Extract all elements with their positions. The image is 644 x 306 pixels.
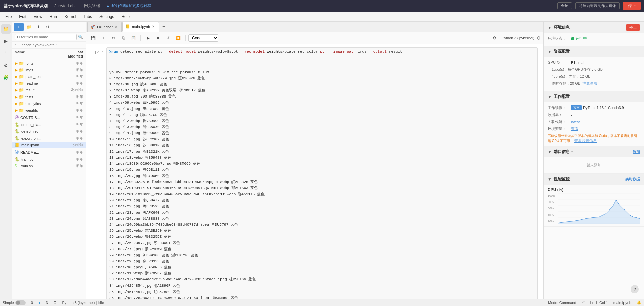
tmp-label: 临时存储：20 GB — [552, 81, 580, 86]
list-item[interactable]: 🐍 detect_pla... 明年 — [12, 121, 86, 128]
new-folder-button[interactable]: 📁 — [25, 23, 33, 31]
port-info-header[interactable]: ▼ 端口信息 ? 添加 — [544, 146, 644, 157]
menu-tabs[interactable]: Tabs — [80, 14, 95, 20]
output-line: 32 imgs/31.webp 浙B79VD7 蓝色 — [109, 270, 535, 276]
sidebar-icon-git[interactable]: ⑂ — [1, 48, 11, 58]
bell-icon[interactable]: 🔔 — [637, 300, 641, 305]
folder-icon: ▶ 📁 — [15, 68, 24, 72]
list-item[interactable]: ▶ 📁 ultralytics 明年 — [12, 100, 86, 107]
cpu-row: 4core(s)，内存：12 GB — [548, 74, 640, 79]
folder-icon: ▶ 📁 — [15, 81, 24, 86]
menu-settings[interactable]: Settings — [96, 14, 117, 20]
new-file-button[interactable]: + — [14, 23, 24, 31]
menu-file[interactable]: File — [2, 14, 15, 20]
add-cell-button[interactable]: + — [99, 34, 108, 42]
list-item[interactable]: 📒 main.ipynb 1分钟前 — [12, 142, 86, 148]
list-item[interactable]: ▶ 📁 plate_reco... 明年 — [12, 73, 86, 80]
env-stop-button[interactable]: 停止 — [626, 24, 640, 31]
folder-icon: ▶ 📁 — [15, 101, 24, 106]
item-name: imgs — [25, 68, 65, 72]
list-item[interactable]: ▶ 📁 fonts 明年 — [12, 60, 86, 67]
tab-launcher[interactable]: 🚀 Launcher ✕ — [87, 22, 122, 32]
list-item[interactable]: Ⓜ README... 明年 — [12, 148, 86, 156]
cell-body[interactable]: %run detect_rec_plate.py --detect_model … — [106, 47, 538, 299]
port-empty: 暂未添加 — [548, 160, 640, 170]
realtime-link[interactable]: 实时数据 — [625, 177, 640, 182]
tab-main-ipynb[interactable]: 📒 main.ipynb ✕ — [122, 22, 159, 32]
restart-button[interactable]: ↺ — [164, 34, 172, 42]
work-config-header[interactable]: ▼ 工作配置 — [544, 91, 644, 102]
upload-button[interactable]: ⬆ — [34, 23, 42, 31]
list-item[interactable]: ▶ 📁 tests 明年 — [12, 93, 86, 100]
list-item[interactable]: ▶ 📁 result 3分钟前 — [12, 87, 86, 93]
item-modified: 明年 — [65, 115, 83, 120]
warn-text: 不建议额外安装其它版本的框架和 Cuda，版本不兼容时将引起 GPU 不可用。 … — [548, 133, 640, 143]
menu-kernel[interactable]: Kernel — [61, 14, 80, 20]
simple-toggle[interactable]: Simple — [3, 300, 26, 305]
performance-header[interactable]: ▼ 性能监控 实时数据 — [544, 174, 644, 185]
proxy-link[interactable]: ● 通过代理添加更多包过程 — [107, 3, 151, 8]
sidebar-icon-settings[interactable]: ⚙ — [1, 61, 11, 70]
list-item[interactable]: 🐍 detect_rec... 明年 — [12, 128, 86, 135]
sidebar-icon-files[interactable]: 📁 — [1, 24, 11, 34]
search-input[interactable] — [15, 34, 77, 40]
menu-view[interactable]: View — [30, 14, 46, 20]
resource-config-header[interactable]: ▼ 资源配置 — [544, 46, 644, 57]
list-item[interactable]: ▶ 📁 readme 明年 — [12, 80, 86, 87]
gear-icon[interactable]: ⚙ — [490, 34, 499, 42]
terminal-label[interactable]: 网页终端 — [81, 2, 103, 9]
stop-cell-button[interactable]: ■ — [154, 34, 162, 42]
output-line: 25 imgs/25.webp 吉ASB250 蓝色 — [109, 228, 535, 234]
sidebar-icon-puzzle[interactable]: 🧩 — [1, 73, 11, 82]
list-item[interactable]: ▶ 📁 weights 明年 — [12, 107, 86, 114]
list-item[interactable]: $_ train.sh 明年 — [12, 163, 86, 169]
toggle-track[interactable] — [15, 300, 26, 305]
launcher-close[interactable]: ✕ — [115, 25, 117, 29]
menu-help[interactable]: Help — [118, 14, 133, 20]
save-button[interactable]: 💾 — [89, 34, 97, 42]
list-item[interactable]: 🐍 export_on... 明年 — [12, 135, 86, 142]
copy-cell-button[interactable]: ⎘ — [119, 34, 128, 42]
folder-icon: ▶ 📁 — [15, 94, 24, 99]
notebook-tab-label: main.ipynb — [132, 25, 150, 29]
list-item[interactable]: 🐍 train.py 明年 — [12, 156, 86, 163]
arg1: --detect_model — [165, 50, 196, 54]
refresh-button[interactable]: ↺ — [44, 23, 52, 31]
settings-icon[interactable]: ⚙ — [53, 300, 57, 305]
list-item[interactable]: ▶ 📁 imgs 明年 — [12, 67, 86, 73]
arrow-icon: ▼ — [548, 25, 552, 30]
stop-button[interactable]: 停止 — [623, 2, 641, 10]
fullscreen-button[interactable]: 全屏 — [557, 2, 572, 9]
run-magic: %run — [109, 50, 118, 54]
sidebar-icon-run[interactable]: ▶ — [1, 36, 11, 46]
tmp-link[interactable]: 注意事项 — [582, 81, 597, 86]
notebook-tab-close[interactable]: ✕ — [152, 25, 155, 28]
restart-run-button[interactable]: ⏩ — [174, 34, 183, 42]
launcher-icon: 🚀 — [90, 25, 95, 29]
env-var-link[interactable]: 查看 — [571, 126, 578, 131]
output-line: 9 imgs/14.jpeg 陕000000 蓝色 — [109, 130, 535, 136]
item-modified: 明年 — [65, 157, 83, 162]
dataset-value: - — [571, 113, 572, 117]
jupyterlab-label[interactable]: JupyterLab — [52, 3, 77, 9]
mode-label: Mode: Command — [548, 301, 576, 305]
port-add-link[interactable]: 添加 — [633, 149, 640, 154]
port-help-icon[interactable]: ? — [571, 150, 573, 154]
output-line: 10 imgs/15.jpg 苏GPC302 蓝色 — [109, 136, 535, 142]
add-tab-button[interactable]: + — [160, 24, 168, 30]
warn-link[interactable]: 查看兼容信息 — [574, 139, 597, 143]
cell-type-select[interactable]: Code Markdown Raw — [188, 34, 218, 42]
cut-cell-button[interactable]: ✂ — [109, 34, 118, 42]
output-line: 11 imgs/16.jpg 苏F8881R 蓝色 — [109, 142, 535, 148]
output-line: 2 imgs/07.webp 京ADP329 黄色双层 浙P895T7 蓝色 — [109, 87, 535, 93]
toolbar-right: ⚙ Python 3 (ipykernel) — [490, 34, 540, 42]
status-dot — [571, 37, 574, 40]
paste-cell-button[interactable]: 📋 — [129, 34, 138, 42]
mirror-button[interactable]: 将当前环境制作为镜像 — [575, 2, 620, 9]
help-button[interactable]: ? — [631, 285, 639, 293]
list-item[interactable]: Ⓜ CONTRIB... 明年 — [12, 114, 86, 121]
env-info-header[interactable]: ▼ 环境信息 停止 — [544, 22, 644, 33]
menu-run[interactable]: Run — [46, 14, 61, 20]
run-cell-button[interactable]: ▶ — [144, 34, 152, 42]
menu-edit[interactable]: Edit — [16, 14, 30, 20]
